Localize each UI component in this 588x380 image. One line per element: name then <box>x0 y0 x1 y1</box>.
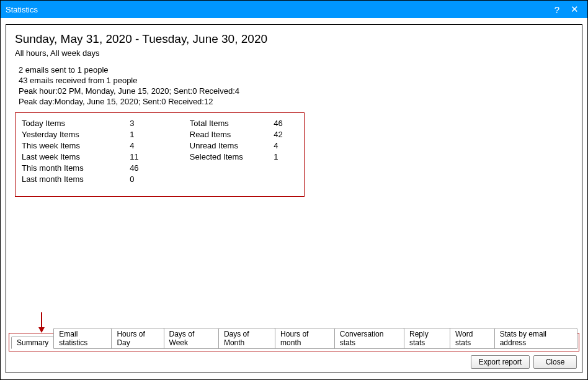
item-label: Total Items <box>190 118 274 129</box>
window-title: Statistics <box>6 5 38 14</box>
item-value: 0 <box>130 174 190 185</box>
tabstrip: Summary Email statistics Hours of Day Da… <box>11 335 577 349</box>
close-button[interactable]: Close <box>533 355 577 369</box>
item-label: Unread Items <box>190 140 274 152</box>
item-label: Read Items <box>190 129 274 140</box>
tab-summary[interactable]: Summary <box>11 337 54 349</box>
tab-conversation-stats[interactable]: Conversation stats <box>334 328 404 349</box>
item-label: Last month Items <box>22 174 130 185</box>
item-value: 4 <box>274 140 298 152</box>
item-value: 46 <box>130 163 190 174</box>
item-value: 11 <box>130 152 190 163</box>
titlebar: Statistics ? ✕ <box>1 1 587 18</box>
item-value: 1 <box>130 129 190 140</box>
close-icon[interactable]: ✕ <box>571 4 579 15</box>
item-label: This month Items <box>22 163 130 174</box>
tabs-highlight: Summary Email statistics Hours of Day Da… <box>9 333 579 351</box>
content-panel: Sunday, May 31, 2020 - Tuesday, June 30,… <box>6 24 582 373</box>
item-value: 42 <box>274 129 298 140</box>
summary-line: Peak hour:02 PM, Monday, June 15, 2020; … <box>19 86 573 96</box>
item-value: 3 <box>130 118 190 129</box>
date-range-heading: Sunday, May 31, 2020 - Tuesday, June 30,… <box>15 32 573 46</box>
statistics-window: Statistics ? ✕ Sunday, May 31, 2020 - Tu… <box>0 0 588 380</box>
items-group-a-values: 3 1 4 11 46 0 <box>130 118 190 185</box>
item-label: This week Items <box>22 140 130 152</box>
items-group-b-values: 46 42 4 1 <box>274 118 298 185</box>
item-label: Yesterday Items <box>22 129 130 140</box>
item-value: 1 <box>274 152 298 163</box>
tab-reply-stats[interactable]: Reply stats <box>404 328 450 349</box>
tab-hours-of-day[interactable]: Hours of Day <box>111 328 164 349</box>
filter-subheading: All hours, All week days <box>15 48 573 58</box>
tab-hours-of-month[interactable]: Hours of month <box>275 328 335 349</box>
summary-block: 2 emails sent to 1 people 43 emails rece… <box>15 65 573 106</box>
item-value: 46 <box>274 118 298 129</box>
summary-line: 2 emails sent to 1 people <box>19 65 573 75</box>
summary-line: Peak day:Monday, June 15, 2020; Sent:0 R… <box>19 97 573 106</box>
items-group-b-labels: Total Items Read Items Unread Items Sele… <box>190 118 274 185</box>
item-value: 4 <box>130 140 190 152</box>
summary-line: 43 emails received from 1 people <box>19 76 573 85</box>
footer-buttons: Export report Close <box>471 355 577 369</box>
items-table-highlight: Today Items Yesterday Items This week It… <box>15 112 305 197</box>
tab-email-statistics[interactable]: Email statistics <box>53 328 112 349</box>
export-report-button[interactable]: Export report <box>471 355 530 369</box>
help-icon[interactable]: ? <box>555 4 559 15</box>
items-group-a-labels: Today Items Yesterday Items This week It… <box>22 118 130 185</box>
titlebar-controls: ? ✕ <box>555 4 579 15</box>
tab-days-of-week[interactable]: Days of Week <box>164 328 219 349</box>
tab-stats-by-email-address[interactable]: Stats by email address <box>494 328 577 349</box>
item-label: Selected Items <box>190 152 274 163</box>
item-label: Last week Items <box>22 152 130 163</box>
tab-word-stats[interactable]: Word stats <box>450 328 495 349</box>
item-label: Today Items <box>22 118 130 129</box>
tab-days-of-month[interactable]: Days of Month <box>218 328 275 349</box>
annotation-arrow-icon <box>38 312 45 333</box>
